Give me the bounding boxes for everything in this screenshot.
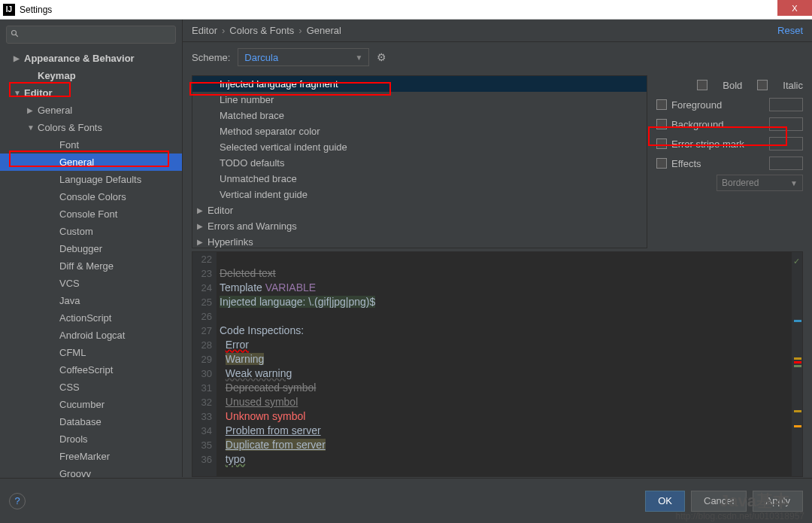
preview-editor: 222324252627282930313233343536 Deleted t… <box>192 251 803 477</box>
sidebar-item-font[interactable]: Font <box>0 136 182 154</box>
scheme-select[interactable]: Darcula▼ <box>238 48 369 66</box>
settings-search-input[interactable] <box>6 26 176 44</box>
colors-item-method-separator-color[interactable]: Method separator color <box>192 123 647 139</box>
title-bar: IJ Settings X <box>0 0 812 20</box>
sidebar-item-editor[interactable]: ▼Editor <box>0 84 182 102</box>
sidebar-item-custom[interactable]: Custom <box>0 223 182 240</box>
italic-checkbox[interactable] <box>757 80 768 90</box>
sidebar-item-coffeescript[interactable]: CoffeeScript <box>0 361 182 379</box>
sidebar-item-cucumber[interactable]: Cucumber <box>0 396 182 413</box>
error-stripe-swatch[interactable] <box>769 137 803 151</box>
apply-button[interactable]: Apply <box>753 491 803 512</box>
close-button[interactable]: X <box>777 0 812 16</box>
sidebar-item-database[interactable]: Database <box>0 413 182 430</box>
sidebar-item-debugger[interactable]: Debugger <box>0 240 182 257</box>
gear-icon[interactable]: ⚙ <box>377 51 389 63</box>
sidebar-item-java[interactable]: Java <box>0 292 182 309</box>
sidebar-item-diff-merge[interactable]: Diff & Merge <box>0 257 182 275</box>
breadcrumb: Editor›Colors & Fonts›General <box>192 25 341 36</box>
effects-type-select[interactable]: Bordered▼ <box>717 175 803 191</box>
sidebar-item-css[interactable]: CSS <box>0 379 182 396</box>
sidebar-item-general[interactable]: ▶General <box>0 102 182 119</box>
sidebar-item-groovy[interactable]: Groovy <box>0 465 182 477</box>
window-title: Settings <box>20 5 52 15</box>
sidebar-item-vcs[interactable]: VCS <box>0 275 182 292</box>
colors-tree[interactable]: Injected language fragmentLine numberMat… <box>192 75 647 248</box>
reset-link[interactable]: Reset <box>777 25 803 36</box>
cancel-button[interactable]: Cancel <box>691 491 747 512</box>
sidebar-item-android-logcat[interactable]: Android Logcat <box>0 327 182 344</box>
sidebar-item-keymap[interactable]: Keymap <box>0 67 182 84</box>
editor-code: Deleted text Template VARIABLE Injected … <box>217 252 802 476</box>
settings-sidebar: ▶Appearance & BehaviorKeymap▼Editor▶Gene… <box>0 20 183 477</box>
color-props-panel: Bold Italic Foreground Background Error … <box>656 75 803 248</box>
sidebar-item-freemarker[interactable]: FreeMarker <box>0 448 182 465</box>
sidebar-item-drools[interactable]: Drools <box>0 430 182 448</box>
colors-item-errors-and-warnings[interactable]: ▶Errors and Warnings <box>192 218 647 234</box>
foreground-swatch[interactable] <box>769 98 803 111</box>
background-checkbox[interactable] <box>656 119 667 129</box>
app-icon: IJ <box>3 4 15 16</box>
colors-item-selected-vertical-indent-guide[interactable]: Selected vertical indent guide <box>192 139 647 155</box>
sidebar-item-console-colors[interactable]: Console Colors <box>0 188 182 205</box>
scheme-label: Scheme: <box>192 52 230 63</box>
foreground-checkbox[interactable] <box>656 99 667 110</box>
effects-swatch[interactable] <box>769 157 803 170</box>
settings-tree[interactable]: ▶Appearance & BehaviorKeymap▼Editor▶Gene… <box>0 50 182 477</box>
colors-item-todo-defaults[interactable]: TODO defaults <box>192 155 647 171</box>
sidebar-item-general[interactable]: General <box>0 154 182 171</box>
sidebar-item-colors-fonts[interactable]: ▼Colors & Fonts <box>0 119 182 136</box>
sidebar-item-actionscript[interactable]: ActionScript <box>0 309 182 327</box>
settings-content: Editor›Colors & Fonts›General Reset Sche… <box>183 20 812 477</box>
colors-item-line-number[interactable]: Line number <box>192 92 647 108</box>
sidebar-item-console-font[interactable]: Console Font <box>0 205 182 223</box>
editor-gutter: 222324252627282930313233343536 <box>192 252 217 476</box>
bold-checkbox[interactable] <box>697 80 707 90</box>
check-icon: ✓ <box>793 257 801 264</box>
colors-item-injected-language-fragment[interactable]: Injected language fragment <box>192 76 647 92</box>
sidebar-item-language-defaults[interactable]: Language Defaults <box>0 171 182 188</box>
colors-item-hyperlinks[interactable]: ▶Hyperlinks <box>192 234 647 248</box>
error-stripe[interactable]: ✓ <box>792 252 802 476</box>
sidebar-item-cfml[interactable]: CFML <box>0 344 182 361</box>
sidebar-item-appearance-behavior[interactable]: ▶Appearance & Behavior <box>0 50 182 67</box>
effects-checkbox[interactable] <box>656 158 667 169</box>
colors-item-editor[interactable]: ▶Editor <box>192 202 647 218</box>
error-stripe-checkbox[interactable] <box>656 138 667 149</box>
colors-item-unmatched-brace[interactable]: Unmatched brace <box>192 171 647 187</box>
colors-item-matched-brace[interactable]: Matched brace <box>192 108 647 123</box>
colors-item-vertical-indent-guide[interactable]: Vertical indent guide <box>192 187 647 202</box>
background-swatch[interactable] <box>769 117 803 131</box>
dialog-footer: ? OK Cancel Apply <box>0 478 812 523</box>
ok-button[interactable]: OK <box>645 491 685 512</box>
help-button[interactable]: ? <box>9 493 26 509</box>
